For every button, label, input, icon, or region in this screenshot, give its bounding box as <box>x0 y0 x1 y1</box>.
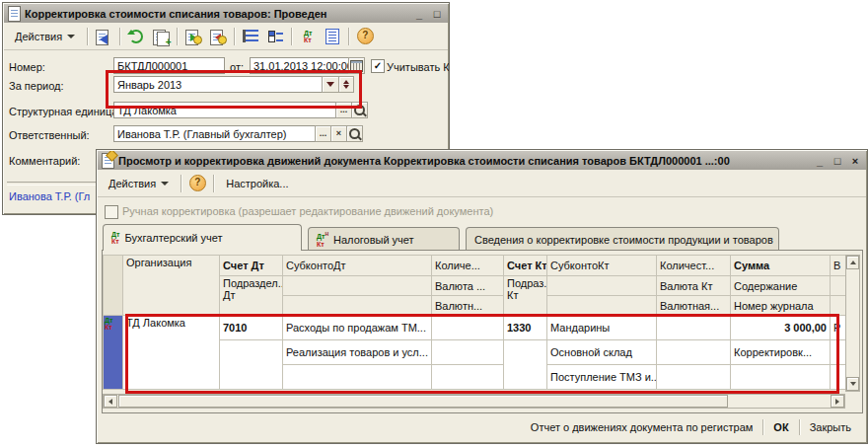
responsible-select-button[interactable]: ... <box>315 125 331 142</box>
cell-subconto-kt-3[interactable]: Поступление ТМЗ и... <box>547 365 657 390</box>
minimize-icon[interactable]: _ <box>813 154 827 168</box>
report-movements-button[interactable]: Отчет о движениях документа по регистрам <box>523 419 761 435</box>
toolbar-separator <box>181 175 181 192</box>
maximize-icon[interactable]: □ <box>430 7 444 21</box>
date-field[interactable]: 31.01.2013 12:00:00 <box>250 57 349 74</box>
cell-subconto-dt-3[interactable] <box>283 365 432 390</box>
chevron-down-icon <box>67 35 75 38</box>
cell-empty[interactable] <box>657 340 731 365</box>
cell-subdivision-kt[interactable] <box>504 340 547 390</box>
responsible-clear-button[interactable]: × <box>330 125 347 142</box>
cell-sum[interactable]: 3 000,00 <box>731 316 831 340</box>
horizontal-scroll-thumb[interactable] <box>118 395 728 408</box>
cell-subconto-dt-2[interactable]: Реализация товаров и усл... <box>283 340 432 365</box>
cell-empty[interactable] <box>432 340 504 365</box>
ok-button[interactable]: ОК <box>765 419 796 435</box>
movements-check-button[interactable] <box>264 27 286 46</box>
manual-adjustment-label: Ручная корректировка (разрешает редактир… <box>122 205 493 217</box>
settings-button[interactable]: Настройка... <box>219 174 295 193</box>
cell-subdivision-dt[interactable] <box>220 340 283 390</box>
chevron-down-icon <box>161 182 169 186</box>
actions-button[interactable]: Действия <box>102 174 176 193</box>
journal-icon <box>326 29 339 44</box>
toolbar-separator <box>119 28 120 45</box>
cell-empty[interactable] <box>831 340 846 365</box>
post-document-button[interactable] <box>182 27 204 46</box>
cell-empty[interactable] <box>831 365 846 390</box>
cell-empty[interactable] <box>432 316 504 340</box>
calendar-button[interactable] <box>348 57 365 74</box>
maximize-icon[interactable]: □ <box>831 154 844 168</box>
scroll-right-button[interactable] <box>831 395 844 408</box>
tab-accounting-label: Бухгалтерский учет <box>124 232 222 244</box>
close-icon[interactable]: × <box>848 154 862 168</box>
date-label: от: <box>230 61 244 73</box>
tab-cost-adjustment-info[interactable]: Сведения о корректировке стоимости проду… <box>466 227 779 251</box>
refresh-icon <box>129 30 143 43</box>
spinner-icon <box>343 80 349 89</box>
kpn-checkbox[interactable]: ✓ <box>371 59 385 73</box>
responsible-open-button[interactable] <box>346 125 363 142</box>
copy-button[interactable]: + <box>150 27 172 46</box>
horizontal-scrollbar[interactable] <box>103 394 845 409</box>
number-field[interactable]: БКТДЛ000001 <box>113 57 225 74</box>
window1-title: Корректировка стоимости списания товаров… <box>25 8 408 20</box>
tab-tax[interactable]: ДтНКт Налоговый учет <box>308 227 460 251</box>
period-label: За период: <box>9 80 64 92</box>
dt-kt-icon: ДтКт <box>105 317 121 331</box>
cell-account-dt[interactable]: 7010 <box>220 316 283 340</box>
cell-content[interactable]: Корректировк... <box>731 340 831 365</box>
footer-separator <box>799 419 800 435</box>
window2-footer: Отчет о движениях документа по регистрам… <box>523 417 859 437</box>
scroll-up-button[interactable] <box>846 256 859 269</box>
manual-adjustment-checkbox[interactable] <box>105 205 118 219</box>
period-dropdown-button[interactable] <box>322 76 339 93</box>
unit-select-button[interactable]: ... <box>335 102 352 118</box>
col-currency-kt: Валюта Кт <box>657 276 731 296</box>
cell-empty[interactable] <box>731 365 831 390</box>
movements-list-button[interactable] <box>240 27 261 46</box>
cell-empty[interactable] <box>657 316 731 340</box>
journal-button[interactable] <box>322 27 343 46</box>
scroll-left-button[interactable] <box>104 395 117 408</box>
col-sum: Сумма <box>731 256 831 276</box>
ellipsis-icon: ... <box>340 106 348 114</box>
cell-subconto-dt-1[interactable]: Расходы по продажам ТМ... <box>283 316 432 340</box>
col-subconto-dt: СубконтоДт <box>283 256 432 276</box>
cell-empty[interactable] <box>657 365 731 390</box>
arrow-up-icon <box>850 261 856 264</box>
refresh-button[interactable] <box>125 27 147 46</box>
col-currency-dt: Валюта ... <box>432 276 504 296</box>
cell-empty[interactable] <box>432 365 504 390</box>
cell-v-clipped[interactable]: Р <box>831 316 846 340</box>
help-button[interactable]: ? <box>186 174 208 193</box>
tab-accounting[interactable]: ДтКт Бухгалтерский учет <box>103 224 302 251</box>
dtkt-movements-button[interactable]: ДтКт <box>297 27 319 46</box>
clear-icon: × <box>336 129 341 138</box>
unit-open-button[interactable] <box>351 102 368 118</box>
write-document-button[interactable] <box>93 27 114 46</box>
responsible-status-text: Иванова Т.Р. (Гл <box>9 190 90 202</box>
actions-label: Действия <box>108 178 156 189</box>
cell-subconto-kt-1[interactable]: Мандарины <box>547 316 657 340</box>
col-subdivision-dt: Подраздел... Дт <box>220 276 283 316</box>
responsible-field[interactable]: Иванова Т.Р. (Главный бухгалтер) <box>113 125 316 142</box>
close-button[interactable]: Закрыть <box>802 419 859 435</box>
unpost-document-button[interactable] <box>207 27 229 46</box>
vertical-scrollbar[interactable] <box>845 255 860 392</box>
cell-account-kt[interactable]: 1330 <box>504 316 547 340</box>
help-button[interactable]: ? <box>354 27 376 46</box>
col-currency-amount-kt: Валютная... <box>657 296 731 316</box>
scroll-down-button[interactable] <box>846 377 859 391</box>
unit-field[interactable]: ТД Лакомка <box>113 102 336 118</box>
actions-button[interactable]: Действия <box>8 27 82 46</box>
cell-subconto-kt-2[interactable]: Основной склад <box>547 340 657 365</box>
unpost-document-icon <box>210 29 227 44</box>
row-selector-cell[interactable]: ДтКт <box>104 316 123 390</box>
cell-organization[interactable]: ТД Лакомка <box>123 316 220 390</box>
period-field[interactable]: Январь 2013 <box>113 76 323 93</box>
period-spinner[interactable] <box>338 76 354 93</box>
window-document-movements: Просмотр и корректировка движений докуме… <box>96 149 868 444</box>
minimize-icon[interactable]: _ <box>412 7 426 21</box>
calendar-icon <box>350 60 363 72</box>
